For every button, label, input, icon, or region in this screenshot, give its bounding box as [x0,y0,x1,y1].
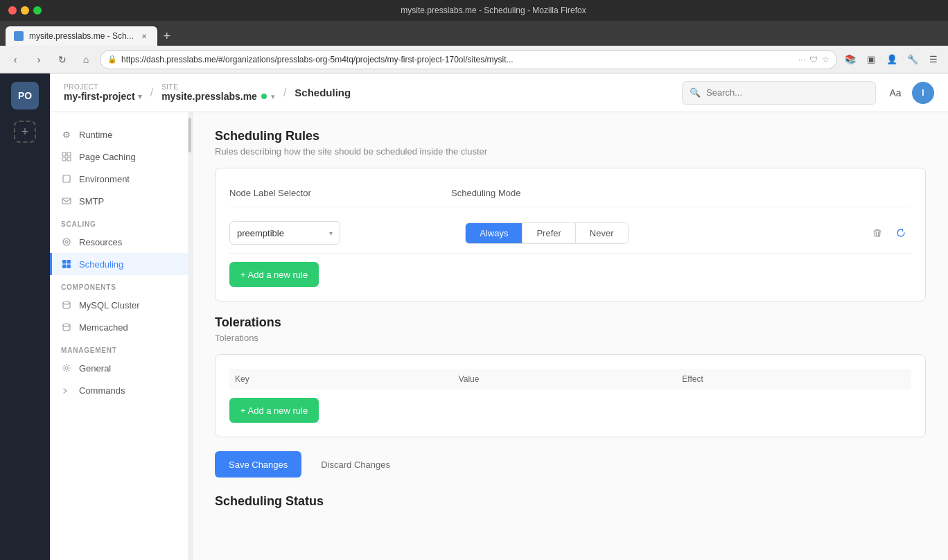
svg-rect-4 [63,175,70,182]
svg-point-13 [63,324,70,326]
svg-rect-11 [67,265,71,269]
browser-toolbar: ‹ › ↻ ⌂ 🔒 https://dash.presslabs.me/#/or… [0,46,948,73]
sidebar-item-memcached-label: Memcached [79,322,128,333]
tolerations-section: Tolerations Tolerations Key Value Effect… [215,315,926,437]
scheduling-rules-card: Node Label Selector Scheduling Mode pree… [215,168,926,301]
home-button[interactable]: ⌂ [76,50,96,69]
org-avatar[interactable]: PO [11,82,39,110]
svg-rect-9 [67,260,71,264]
accessibility-icon[interactable]: Aa [884,82,906,104]
resources-icon [61,236,72,247]
active-tab[interactable]: mysite.presslabs.me - Sch... ✕ [6,26,157,46]
sidebar-item-environment[interactable]: Environment [50,168,188,190]
scheduling-rules-desc: Rules describing how the site should be … [215,146,926,157]
tolerations-key-header: Key [235,374,459,384]
sidebar-toggle-icon[interactable]: ▣ [862,51,880,69]
left-nav-container: ⚙ Runtime Page Caching [50,112,193,560]
max-traffic-light[interactable] [33,6,42,15]
sidebar-item-smtp[interactable]: SMTP [50,190,188,212]
menu-icon[interactable]: ☰ [924,51,942,69]
sidebar-item-smtp-label: SMTP [79,196,104,207]
back-button[interactable]: ‹ [6,50,25,69]
search-bar[interactable]: 🔍 [682,81,876,105]
search-input[interactable] [706,87,868,98]
scheduling-rule-row: preemptible Always Prefer Never [229,213,911,254]
general-icon [61,362,72,374]
svg-rect-8 [62,260,67,264]
add-toleration-rule-button[interactable]: + Add a new rule [229,398,319,423]
sidebar-item-runtime[interactable]: ⚙ Runtime [50,123,188,146]
scheduling-mode-header: Scheduling Mode [451,188,911,198]
reload-button[interactable]: ↻ [53,50,72,69]
add-org-button[interactable]: + [14,121,36,143]
project-dropdown-icon[interactable] [138,92,142,101]
sidebar-dark: PO + [0,73,50,560]
tolerations-effect-header: Effect [682,374,906,384]
svg-rect-1 [67,152,71,156]
tolerations-title: Tolerations [215,315,926,330]
tab-close-button[interactable]: ✕ [139,31,149,41]
sidebar-item-resources[interactable]: Resources [50,231,188,253]
node-label-dropdown[interactable]: preemptible [229,221,340,245]
components-section-label: COMPONENTS [50,275,188,294]
commands-icon [61,385,72,396]
actions-row: Save Changes Discard Changes [215,451,926,478]
scheduling-mode-toggle: Always Prefer Never [465,222,628,244]
svg-point-12 [63,301,70,304]
min-traffic-light[interactable] [21,6,29,15]
close-traffic-light[interactable] [8,6,17,15]
rule-actions [867,222,911,243]
svg-point-7 [65,240,68,243]
left-nav: ⚙ Runtime Page Caching [50,112,188,560]
sidebar-item-general[interactable]: General [50,357,188,379]
url-more-icon: ··· [798,55,805,64]
delete-rule-button[interactable] [867,222,888,243]
scroll-track [188,112,192,560]
mode-never-button[interactable]: Never [576,223,628,243]
save-changes-button[interactable]: Save Changes [215,451,301,478]
sidebar-item-scheduling[interactable]: Scheduling [50,253,188,275]
add-scheduling-rule-button[interactable]: + Add a new rule [229,262,319,287]
node-label-selector-header: Node Label Selector [229,188,451,198]
breadcrumb-sep-1: / [150,87,153,99]
mode-prefer-button[interactable]: Prefer [523,223,575,243]
site-dropdown-icon[interactable] [271,92,275,101]
user-avatar[interactable]: I [912,82,934,104]
svg-rect-2 [62,157,66,161]
profile-icon[interactable]: 👤 [883,51,901,69]
discard-changes-button[interactable]: Discard Changes [310,451,401,478]
content-with-nav: ⚙ Runtime Page Caching [50,112,948,560]
sidebar-item-mysql-label: MySQL Cluster [79,300,140,310]
extensions-icon[interactable]: 🔧 [904,51,922,69]
project-name: my-first-project [64,91,135,102]
sidebar-item-commands[interactable]: Commands [50,379,188,401]
mode-always-button[interactable]: Always [466,223,523,243]
site-label: SITE [161,83,275,91]
library-icon[interactable]: 📚 [841,51,859,69]
page-caching-icon [61,151,72,162]
url-bar[interactable]: 🔒 https://dash.presslabs.me/#/organizati… [100,50,837,69]
svg-point-14 [65,367,68,369]
url-text: https://dash.presslabs.me/#/organization… [121,55,794,64]
new-tab-button[interactable]: + [157,26,177,46]
reset-rule-button[interactable] [890,222,911,243]
svg-rect-0 [62,152,66,156]
star-icon[interactable]: ☆ [822,55,830,64]
app-layout: PO + PROJECT my-first-project / [0,73,948,560]
scroll-thumb[interactable] [188,118,191,152]
tolerations-value-header: Value [459,374,683,384]
site-status-dot [261,94,267,99]
tab-favicon [14,31,24,41]
dropdown-arrow-icon [329,229,333,237]
sidebar-item-mysql-cluster[interactable]: MySQL Cluster [50,294,188,316]
bookmark-icon[interactable]: 🛡 [809,55,818,64]
forward-button[interactable]: › [29,50,49,69]
scheduling-status-section: Scheduling Status [215,494,926,509]
tolerations-card: Key Value Effect + Add a new rule [215,354,926,437]
sidebar-item-memcached[interactable]: Memcached [50,316,188,338]
sidebar-item-environment-label: Environment [79,174,130,184]
page-title: Scheduling [295,87,351,98]
sidebar-item-page-caching[interactable]: Page Caching [50,146,188,168]
sidebar-item-general-label: General [79,363,111,374]
tolerations-col-headers: Key Value Effect [229,369,911,390]
